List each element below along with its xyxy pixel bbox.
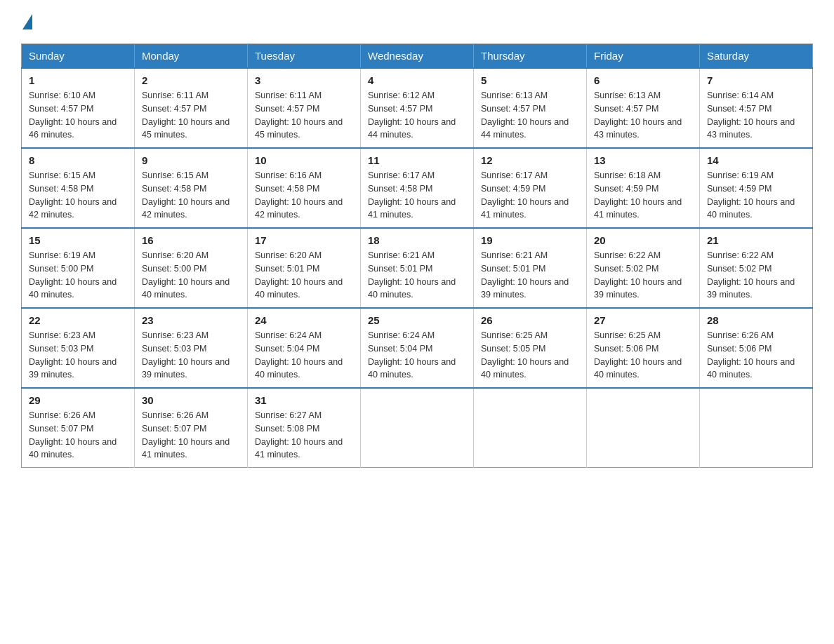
calendar-cell: 3 Sunrise: 6:11 AMSunset: 4:57 PMDayligh… bbox=[248, 68, 361, 148]
calendar-cell bbox=[587, 388, 700, 468]
day-info: Sunrise: 6:27 AMSunset: 5:08 PMDaylight:… bbox=[255, 410, 343, 459]
calendar-cell: 4 Sunrise: 6:12 AMSunset: 4:57 PMDayligh… bbox=[361, 68, 474, 148]
day-number: 8 bbox=[29, 154, 127, 166]
calendar-cell: 1 Sunrise: 6:10 AMSunset: 4:57 PMDayligh… bbox=[22, 68, 135, 148]
column-header-friday: Friday bbox=[587, 44, 700, 69]
day-number: 17 bbox=[255, 234, 353, 246]
day-info: Sunrise: 6:11 AMSunset: 4:57 PMDaylight:… bbox=[255, 90, 343, 140]
calendar-cell: 2 Sunrise: 6:11 AMSunset: 4:57 PMDayligh… bbox=[135, 68, 248, 148]
calendar-cell: 31 Sunrise: 6:27 AMSunset: 5:08 PMDaylig… bbox=[248, 388, 361, 468]
day-info: Sunrise: 6:17 AMSunset: 4:58 PMDaylight:… bbox=[368, 170, 456, 220]
day-info: Sunrise: 6:24 AMSunset: 5:04 PMDaylight:… bbox=[255, 330, 343, 380]
day-info: Sunrise: 6:21 AMSunset: 5:01 PMDaylight:… bbox=[481, 250, 569, 300]
column-header-tuesday: Tuesday bbox=[248, 44, 361, 69]
day-info: Sunrise: 6:23 AMSunset: 5:03 PMDaylight:… bbox=[142, 330, 230, 380]
calendar-cell: 8 Sunrise: 6:15 AMSunset: 4:58 PMDayligh… bbox=[22, 148, 135, 228]
calendar-cell: 24 Sunrise: 6:24 AMSunset: 5:04 PMDaylig… bbox=[248, 308, 361, 388]
calendar-cell: 12 Sunrise: 6:17 AMSunset: 4:59 PMDaylig… bbox=[474, 148, 587, 228]
day-number: 31 bbox=[255, 394, 353, 406]
day-number: 18 bbox=[368, 234, 466, 246]
day-info: Sunrise: 6:22 AMSunset: 5:02 PMDaylight:… bbox=[594, 250, 682, 300]
calendar-cell: 30 Sunrise: 6:26 AMSunset: 5:07 PMDaylig… bbox=[135, 388, 248, 468]
day-info: Sunrise: 6:12 AMSunset: 4:57 PMDaylight:… bbox=[368, 90, 456, 140]
column-header-saturday: Saturday bbox=[700, 44, 813, 69]
calendar-cell: 25 Sunrise: 6:24 AMSunset: 5:04 PMDaylig… bbox=[361, 308, 474, 388]
calendar-cell: 16 Sunrise: 6:20 AMSunset: 5:00 PMDaylig… bbox=[135, 228, 248, 308]
day-info: Sunrise: 6:11 AMSunset: 4:57 PMDaylight:… bbox=[142, 90, 230, 140]
calendar-cell: 17 Sunrise: 6:20 AMSunset: 5:01 PMDaylig… bbox=[248, 228, 361, 308]
day-number: 20 bbox=[594, 234, 692, 246]
day-number: 29 bbox=[29, 394, 127, 406]
day-info: Sunrise: 6:14 AMSunset: 4:57 PMDaylight:… bbox=[707, 90, 795, 140]
calendar-cell bbox=[361, 388, 474, 468]
day-number: 26 bbox=[481, 314, 579, 326]
column-header-sunday: Sunday bbox=[22, 44, 135, 69]
calendar-cell bbox=[700, 388, 813, 468]
calendar-cell bbox=[474, 388, 587, 468]
logo-triangle-icon bbox=[22, 14, 32, 29]
day-info: Sunrise: 6:13 AMSunset: 4:57 PMDaylight:… bbox=[481, 90, 569, 140]
calendar-week-row: 22 Sunrise: 6:23 AMSunset: 5:03 PMDaylig… bbox=[22, 308, 813, 388]
calendar-cell: 13 Sunrise: 6:18 AMSunset: 4:59 PMDaylig… bbox=[587, 148, 700, 228]
day-number: 27 bbox=[594, 314, 692, 326]
calendar-week-row: 8 Sunrise: 6:15 AMSunset: 4:58 PMDayligh… bbox=[22, 148, 813, 228]
calendar-cell: 28 Sunrise: 6:26 AMSunset: 5:06 PMDaylig… bbox=[700, 308, 813, 388]
logo bbox=[21, 14, 32, 29]
day-info: Sunrise: 6:17 AMSunset: 4:59 PMDaylight:… bbox=[481, 170, 569, 220]
column-header-monday: Monday bbox=[135, 44, 248, 69]
day-info: Sunrise: 6:19 AMSunset: 4:59 PMDaylight:… bbox=[707, 170, 795, 220]
calendar-cell: 21 Sunrise: 6:22 AMSunset: 5:02 PMDaylig… bbox=[700, 228, 813, 308]
column-header-thursday: Thursday bbox=[474, 44, 587, 69]
calendar-cell: 15 Sunrise: 6:19 AMSunset: 5:00 PMDaylig… bbox=[22, 228, 135, 308]
day-number: 13 bbox=[594, 154, 692, 166]
day-info: Sunrise: 6:13 AMSunset: 4:57 PMDaylight:… bbox=[594, 90, 682, 140]
day-number: 6 bbox=[594, 74, 692, 86]
day-number: 24 bbox=[255, 314, 353, 326]
day-number: 12 bbox=[481, 154, 579, 166]
calendar-table: SundayMondayTuesdayWednesdayThursdayFrid… bbox=[21, 43, 813, 468]
day-number: 22 bbox=[29, 314, 127, 326]
calendar-cell: 9 Sunrise: 6:15 AMSunset: 4:58 PMDayligh… bbox=[135, 148, 248, 228]
day-number: 9 bbox=[142, 154, 240, 166]
calendar-week-row: 1 Sunrise: 6:10 AMSunset: 4:57 PMDayligh… bbox=[22, 68, 813, 148]
day-number: 21 bbox=[707, 234, 805, 246]
calendar-cell: 14 Sunrise: 6:19 AMSunset: 4:59 PMDaylig… bbox=[700, 148, 813, 228]
day-info: Sunrise: 6:25 AMSunset: 5:06 PMDaylight:… bbox=[594, 330, 682, 380]
calendar-cell: 29 Sunrise: 6:26 AMSunset: 5:07 PMDaylig… bbox=[22, 388, 135, 468]
day-number: 5 bbox=[481, 74, 579, 86]
day-info: Sunrise: 6:15 AMSunset: 4:58 PMDaylight:… bbox=[29, 170, 117, 220]
day-number: 15 bbox=[29, 234, 127, 246]
calendar-cell: 18 Sunrise: 6:21 AMSunset: 5:01 PMDaylig… bbox=[361, 228, 474, 308]
column-header-wednesday: Wednesday bbox=[361, 44, 474, 69]
day-info: Sunrise: 6:26 AMSunset: 5:06 PMDaylight:… bbox=[707, 330, 795, 380]
day-info: Sunrise: 6:15 AMSunset: 4:58 PMDaylight:… bbox=[142, 170, 230, 220]
calendar-cell: 7 Sunrise: 6:14 AMSunset: 4:57 PMDayligh… bbox=[700, 68, 813, 148]
calendar-cell: 5 Sunrise: 6:13 AMSunset: 4:57 PMDayligh… bbox=[474, 68, 587, 148]
day-info: Sunrise: 6:26 AMSunset: 5:07 PMDaylight:… bbox=[142, 410, 230, 459]
calendar-cell: 23 Sunrise: 6:23 AMSunset: 5:03 PMDaylig… bbox=[135, 308, 248, 388]
calendar-cell: 11 Sunrise: 6:17 AMSunset: 4:58 PMDaylig… bbox=[361, 148, 474, 228]
day-info: Sunrise: 6:19 AMSunset: 5:00 PMDaylight:… bbox=[29, 250, 117, 300]
calendar-cell: 26 Sunrise: 6:25 AMSunset: 5:05 PMDaylig… bbox=[474, 308, 587, 388]
day-info: Sunrise: 6:24 AMSunset: 5:04 PMDaylight:… bbox=[368, 330, 456, 380]
day-info: Sunrise: 6:20 AMSunset: 5:00 PMDaylight:… bbox=[142, 250, 230, 300]
day-info: Sunrise: 6:26 AMSunset: 5:07 PMDaylight:… bbox=[29, 410, 117, 459]
day-number: 30 bbox=[142, 394, 240, 406]
day-number: 3 bbox=[255, 74, 353, 86]
day-info: Sunrise: 6:10 AMSunset: 4:57 PMDaylight:… bbox=[29, 90, 117, 140]
day-info: Sunrise: 6:16 AMSunset: 4:58 PMDaylight:… bbox=[255, 170, 343, 220]
calendar-header-row: SundayMondayTuesdayWednesdayThursdayFrid… bbox=[22, 44, 813, 69]
day-number: 28 bbox=[707, 314, 805, 326]
page-header bbox=[21, 14, 813, 29]
day-number: 23 bbox=[142, 314, 240, 326]
day-number: 10 bbox=[255, 154, 353, 166]
day-info: Sunrise: 6:21 AMSunset: 5:01 PMDaylight:… bbox=[368, 250, 456, 300]
day-info: Sunrise: 6:20 AMSunset: 5:01 PMDaylight:… bbox=[255, 250, 343, 300]
day-info: Sunrise: 6:22 AMSunset: 5:02 PMDaylight:… bbox=[707, 250, 795, 300]
calendar-cell: 22 Sunrise: 6:23 AMSunset: 5:03 PMDaylig… bbox=[22, 308, 135, 388]
day-number: 14 bbox=[707, 154, 805, 166]
day-number: 4 bbox=[368, 74, 466, 86]
calendar-cell: 10 Sunrise: 6:16 AMSunset: 4:58 PMDaylig… bbox=[248, 148, 361, 228]
day-number: 1 bbox=[29, 74, 127, 86]
day-number: 19 bbox=[481, 234, 579, 246]
